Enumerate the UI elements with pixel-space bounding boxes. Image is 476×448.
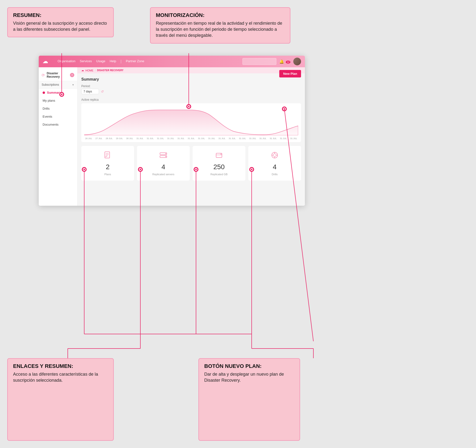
nav-services[interactable]: Services: [80, 59, 92, 64]
replicated-gb-label: Replicated GB: [211, 173, 228, 176]
drills-label: Drills: [272, 173, 278, 176]
content-inner: Summary Period: 7 days 14 days 30 days ↺: [77, 73, 305, 184]
period-label: Period:: [81, 84, 91, 88]
tooltip-enlaces-text: Acceso a las diferentes características …: [13, 371, 108, 383]
period-select[interactable]: 7 days 14 days 30 days: [81, 89, 99, 94]
sidebar-subscriptions[interactable]: Subscriptions ▼: [39, 81, 77, 89]
breadcrumb-home-icon: ☁: [81, 69, 84, 72]
period-row: Period:: [81, 84, 104, 88]
tooltip-resumen: RESUMEN: Visión general de la suscripció…: [7, 7, 114, 37]
app-window: ☁ Organisation Services Usage Help | Par…: [39, 56, 305, 206]
sidebar: ⟳ Disaster Recovery + Subscriptions ▼ Su…: [39, 67, 77, 206]
svg-point-7: [165, 156, 166, 157]
period-select-row: 7 days 14 days 30 days ↺: [81, 89, 104, 94]
replicated-servers-icon: [159, 151, 168, 161]
sidebar-item-my-plans[interactable]: My plans: [39, 97, 77, 105]
svg-point-10: [220, 154, 221, 154]
breadcrumb-separator: /: [95, 69, 96, 72]
add-service-button[interactable]: +: [70, 73, 74, 77]
tooltip-boton-text: Dar de alta y desplegar un nuevo plan de…: [204, 371, 294, 383]
page-title: Summary: [81, 77, 104, 82]
svg-rect-8: [216, 153, 222, 158]
svg-point-13: [273, 154, 276, 157]
refresh-icon[interactable]: ↺: [101, 90, 104, 93]
replicated-gb-count: 250: [213, 163, 225, 171]
stat-card-plans[interactable]: 2 Plans: [81, 146, 134, 181]
drills-icon: [270, 151, 279, 161]
nav-logo: ☁: [43, 58, 48, 65]
stats-row: 2 Plans: [81, 146, 301, 181]
sidebar-item-events-label: Events: [43, 115, 52, 118]
subscriptions-arrow-icon: ▼: [72, 84, 74, 86]
sidebar-item-summary[interactable]: Summary: [39, 89, 77, 97]
sidebar-item-documents-label: Documents: [43, 123, 59, 126]
bell-badge: 12: [286, 61, 290, 64]
replicated-gb-icon: [215, 151, 223, 161]
sidebar-item-events[interactable]: Events: [39, 113, 77, 121]
svg-point-11: [221, 154, 222, 154]
breadcrumb-current: DISASTER RECOVERY: [97, 69, 123, 72]
breadcrumb: ☁ HOME / DISASTER RECOVERY: [77, 67, 305, 73]
active-dot: [43, 91, 45, 94]
avatar: [293, 58, 301, 65]
page-content: ☁ HOME / DISASTER RECOVERY Summary Perio…: [77, 67, 305, 206]
tooltip-monitorizacion-text: Representación en tiempo real de la acti…: [156, 20, 285, 39]
nav-organisation[interactable]: Organisation: [58, 59, 76, 64]
tooltip-monitorizacion-title: MONITORIZACIÓN:: [156, 12, 285, 18]
chart-x-labels: 26 JUL 27 JUL 28 JUL 29 JUL 30 JUL 31 JU…: [84, 137, 298, 140]
tooltip-enlaces: ENLACES Y RESUMEN: Acceso a las diferent…: [7, 358, 114, 441]
sidebar-service: ⟳ Disaster Recovery +: [39, 69, 77, 81]
svg-rect-0: [105, 152, 110, 158]
nav-right: 🔔 12: [242, 58, 301, 65]
plans-count: 2: [106, 163, 110, 171]
sidebar-item-my-plans-label: My plans: [43, 99, 55, 102]
nav-usage[interactable]: Usage: [96, 59, 106, 64]
nav-separator: |: [121, 59, 121, 64]
breadcrumb-home[interactable]: HOME: [85, 69, 93, 72]
replicated-servers-label: Replicated servers: [152, 173, 174, 176]
tooltip-resumen-text: Visión general de la suscripción y acces…: [13, 20, 108, 32]
nav-items: Organisation Services Usage Help | Partn…: [58, 59, 237, 64]
sidebar-item-drills-label: Drills: [43, 107, 50, 110]
replicated-servers-count: 4: [161, 163, 165, 171]
sidebar-service-label: Disaster Recovery: [47, 72, 68, 78]
chart-area: 26 JUL 27 JUL 28 JUL 29 JUL 30 JUL 31 JU…: [81, 103, 301, 142]
tooltip-monitorizacion: MONITORIZACIÓN: Representación en tiempo…: [150, 7, 290, 44]
plans-label: Plans: [104, 173, 111, 176]
tooltip-boton: BOTÓN NUEVO PLAN: Dar de alta y desplega…: [198, 358, 300, 441]
tooltip-boton-title: BOTÓN NUEVO PLAN:: [204, 363, 294, 369]
nav-help[interactable]: Help: [110, 59, 116, 64]
drills-count: 4: [273, 163, 277, 171]
sidebar-item-documents[interactable]: Documents: [39, 121, 77, 129]
subscriptions-label: Subscriptions: [42, 83, 72, 86]
chart-svg: [84, 106, 298, 135]
svg-point-6: [165, 153, 166, 154]
bell-icon[interactable]: 🔔 12: [279, 59, 290, 64]
search-input[interactable]: [242, 58, 276, 65]
stat-card-replicated-gb[interactable]: 250 Replicated GB: [193, 146, 245, 181]
sidebar-item-drills[interactable]: Drills: [39, 105, 77, 113]
nav-bar: ☁ Organisation Services Usage Help | Par…: [39, 56, 305, 67]
nav-partner-zone[interactable]: Partner Zone: [126, 59, 144, 64]
disaster-recovery-icon: ⟳: [42, 73, 45, 77]
tooltip-resumen-title: RESUMEN:: [13, 12, 108, 18]
sidebar-item-summary-label: Summary: [47, 91, 61, 94]
stat-card-replicated-servers[interactable]: 4 Replicated servers: [137, 146, 190, 181]
active-replica-label: Active replica: [81, 98, 301, 101]
new-plan-button[interactable]: New Plan: [279, 70, 301, 77]
plans-icon: [103, 151, 112, 161]
stat-card-drills[interactable]: 4 Drills: [248, 146, 301, 181]
main-area: ⟳ Disaster Recovery + Subscriptions ▼ Su…: [39, 67, 305, 206]
tooltip-enlaces-title: ENLACES Y RESUMEN:: [13, 363, 108, 369]
